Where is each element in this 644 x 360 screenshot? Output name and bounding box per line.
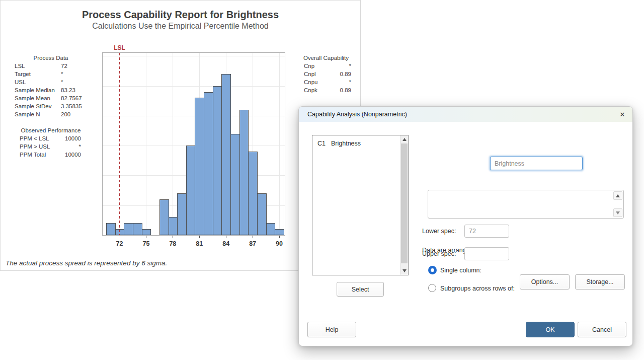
x-gridline xyxy=(146,53,146,235)
x-axis-tick-label: 87 xyxy=(243,240,263,247)
single-column-radio[interactable] xyxy=(428,266,437,274)
stat-label: Target xyxy=(15,70,61,78)
histogram-bar xyxy=(195,98,204,235)
stat-label: PPM > USL xyxy=(20,142,50,151)
stat-label: Cnpu xyxy=(304,78,318,86)
x-axis-tick-label: 72 xyxy=(110,240,130,247)
scroll-up-button[interactable] xyxy=(613,191,622,200)
x-gridline xyxy=(279,53,280,235)
scroll-down-button[interactable] xyxy=(400,267,408,275)
x-axis-tick xyxy=(279,236,280,238)
column-list-item[interactable]: C1Brightness xyxy=(312,135,408,147)
columns-listbox[interactable]: C1Brightness xyxy=(312,135,409,275)
x-gridline xyxy=(173,53,173,235)
stat-value: 0.89 xyxy=(316,70,351,78)
x-axis-tick-label: 75 xyxy=(136,240,156,247)
stat-row: Cnpl0.89 xyxy=(301,70,351,78)
dialog-titlebar: Capability Analysis (Nonparametric) xyxy=(299,107,632,122)
lower-spec-input[interactable] xyxy=(464,225,509,238)
stat-value: 10000 xyxy=(46,151,81,159)
histogram-bar xyxy=(257,193,267,235)
scroll-down-button[interactable] xyxy=(613,208,622,217)
stat-row: Target* xyxy=(11,70,95,78)
storage-button[interactable]: Storage... xyxy=(575,274,625,290)
triangle-up-icon xyxy=(616,194,620,197)
subgroups-label: Subgroups across rows of: xyxy=(440,284,515,293)
single-column-label: Single column: xyxy=(440,266,481,274)
triangle-down-icon xyxy=(616,211,620,214)
stat-label: Cnpk xyxy=(304,86,317,94)
histogram-bar xyxy=(106,223,116,235)
stat-label: Sample Mean xyxy=(15,94,61,102)
stat-label: USL xyxy=(15,78,61,86)
histogram-bar xyxy=(159,199,169,235)
stat-row: Cnp* xyxy=(301,62,351,70)
stat-value: * xyxy=(50,142,81,151)
stat-value: * xyxy=(318,78,352,86)
scrollbar-thumb[interactable] xyxy=(401,143,408,263)
select-button[interactable]: Select xyxy=(337,282,384,297)
listbox-scrollbar[interactable] xyxy=(400,135,408,275)
upper-spec-input[interactable] xyxy=(464,247,509,260)
cancel-button[interactable]: Cancel xyxy=(578,322,626,337)
process-data-panel: Process Data LSL72Target*USL*Sample Medi… xyxy=(11,54,95,118)
stat-label: Cnpl xyxy=(304,70,316,78)
stat-value: 83.23 xyxy=(61,86,95,94)
y-gridline xyxy=(103,116,285,116)
observed-performance-panel: Observed Performance PPM < LSL10000PPM >… xyxy=(11,126,95,159)
stat-label: Sample StDev xyxy=(15,102,61,110)
columns-list: C1Brightness xyxy=(312,135,408,147)
subgroups-radio[interactable] xyxy=(428,284,436,292)
lsl-reference-line xyxy=(119,53,120,235)
stat-label: Cnp xyxy=(304,62,314,70)
x-axis-tick-label: 78 xyxy=(163,240,183,247)
histogram-bar xyxy=(133,223,142,235)
report-footnote: The actual process spread is represented… xyxy=(6,259,167,267)
overall-capability-panel: Overall Capability Cnp*Cnpl0.89Cnpu*Cnpk… xyxy=(301,54,351,94)
stat-row: Cnpu* xyxy=(301,78,351,86)
ok-button[interactable]: OK xyxy=(526,322,575,337)
stat-value: 200 xyxy=(61,110,95,118)
process-data-rows: LSL72Target*USL*Sample Median83.23Sample… xyxy=(11,62,95,118)
single-column-input[interactable] xyxy=(490,157,583,170)
stat-value: 10000 xyxy=(49,134,82,142)
stat-label: PPM Total xyxy=(20,151,46,159)
stat-row: PPM < LSL10000 xyxy=(20,134,81,142)
dialog-title: Capability Analysis (Nonparametric) xyxy=(307,111,407,118)
stat-row: Sample Median83.23 xyxy=(11,86,95,94)
stat-value: 3.35835 xyxy=(61,102,95,110)
scroll-up-button[interactable] xyxy=(400,135,408,143)
stat-label: LSL xyxy=(15,62,61,70)
overall-capability-rows: Cnp*Cnpl0.89Cnpu*Cnpk0.89 xyxy=(301,62,351,94)
stat-value: * xyxy=(314,62,351,70)
y-gridline xyxy=(103,56,285,56)
stat-row: Sample N200 xyxy=(11,110,95,118)
stat-row: PPM Total10000 xyxy=(20,151,81,159)
observed-performance-title: Observed Performance xyxy=(11,126,91,134)
stat-value: 82.7567 xyxy=(61,94,95,102)
column-name: Brightness xyxy=(331,140,361,147)
stat-value: 72 xyxy=(61,62,95,70)
stat-label: Sample Median xyxy=(15,86,61,94)
help-button[interactable]: Help xyxy=(307,322,356,337)
x-axis-tick-label: 84 xyxy=(216,240,236,247)
histogram-bar xyxy=(213,86,222,235)
stat-row: Sample StDev3.35835 xyxy=(11,102,95,110)
histogram-bar xyxy=(248,152,258,235)
x-axis-tick xyxy=(173,236,173,238)
close-icon: ✕ xyxy=(620,111,625,118)
x-axis-tick-label: 90 xyxy=(269,240,289,247)
stat-value: 0.89 xyxy=(317,86,351,94)
subgroups-textarea[interactable] xyxy=(428,190,624,219)
lsl-label: LSL xyxy=(112,44,127,51)
x-axis-tick xyxy=(199,236,200,238)
capability-analysis-dialog: Capability Analysis (Nonparametric) ✕ C1… xyxy=(298,106,633,346)
histogram-plot: LSL72757881848790 xyxy=(102,52,285,236)
upper-spec-label: Upper spec: xyxy=(422,250,456,258)
column-id: C1 xyxy=(317,140,331,147)
stat-label: PPM < LSL xyxy=(20,134,49,142)
stat-row: Cnpk0.89 xyxy=(301,86,351,94)
options-button[interactable]: Options... xyxy=(520,274,570,290)
close-button[interactable]: ✕ xyxy=(618,110,627,119)
stat-value: * xyxy=(61,78,95,86)
